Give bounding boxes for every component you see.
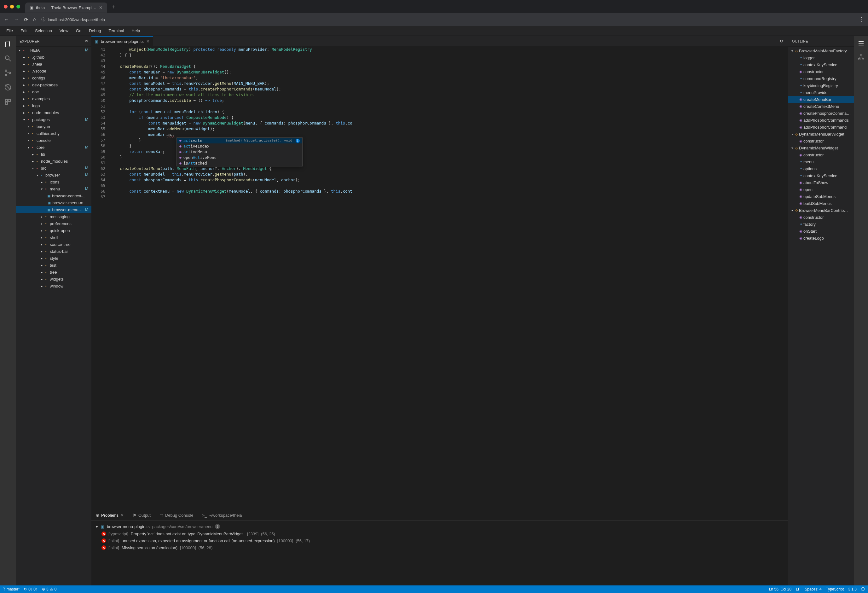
more-menu-icon[interactable]: ⋮ [859,16,864,23]
outline-row[interactable]: ◉createMenuBar [788,96,854,103]
tree-row[interactable]: ▸▪source-tree [16,241,92,248]
suggest-item[interactable]: ◉isAttached [177,160,302,166]
close-icon[interactable]: ✕ [120,513,124,518]
url-bar[interactable]: ⓘ localhost:3000/workspace/theia [41,17,853,22]
back-icon[interactable]: ← [4,17,9,22]
menu-go[interactable]: Go [73,27,84,34]
outline-row[interactable]: ◉createContextMenu [788,103,854,110]
menu-view[interactable]: View [56,27,72,34]
outline-row[interactable]: ▾◇BrowserMainMenuFactory [788,47,854,54]
tree-row[interactable]: ▸▪doc [16,88,92,95]
menu-file[interactable]: File [3,27,16,34]
status-line-col[interactable]: Ln 56, Col 28 [769,587,791,592]
outline-row[interactable]: ⚬options [788,165,854,172]
list-icon[interactable] [857,39,865,47]
outline-row[interactable]: ⚬contextKeyService [788,61,854,68]
editor-body[interactable]: 4142434445464748495051525354555657585960… [92,47,788,510]
tree-row[interactable]: ▸▪.theia [16,61,92,68]
tree-row[interactable]: ▸▪node_modules [16,158,92,164]
tree-row[interactable]: ▸▪tree [16,269,92,275]
tree-row[interactable]: ▸▪node_modules [16,109,92,116]
tree-row[interactable]: ▾▪browserM [16,172,92,179]
outline-row[interactable]: ⚬keybindingRegistry [788,82,854,89]
outline-row[interactable]: ⚬factory [788,221,854,228]
outline-row[interactable]: ◉addPhosphorCommand [788,124,854,130]
tree-row[interactable]: ▸▪bunyan [16,123,92,130]
suggest-item[interactable]: ◉activeMenu [177,149,302,155]
suggest-item[interactable]: ◉activate(method) Widget.activate(): voi… [177,138,302,143]
browser-tab[interactable]: ▣ theia — Theia Browser Exampl… ✕ [25,3,107,13]
suggest-item[interactable]: ◉activeIndex [177,143,302,149]
status-sync[interactable]: ⟳0↓ 0↑ [24,587,37,592]
extensions-icon[interactable] [4,98,12,106]
close-icon[interactable]: ✕ [99,5,103,10]
tree-row[interactable]: ▾▪menuM [16,185,92,192]
tree-row[interactable]: ▸▪.vscode [16,68,92,74]
outline-row[interactable]: ▾◇DynamicMenuWidget [788,144,854,151]
outline-row[interactable]: ▾◇DynamicMenuBarWidget [788,130,854,138]
outline-row[interactable]: ◉constructor [788,214,854,221]
tree-row[interactable]: ▸▪logo [16,102,92,109]
status-lang[interactable]: TypeScript [826,587,844,592]
status-branch[interactable]: ᛘmaster* [3,587,19,592]
files-icon[interactable] [4,40,12,48]
tree-row[interactable]: ▸▪console [16,137,92,144]
tree-row[interactable]: ▸▪style [16,255,92,262]
tree-row[interactable]: ▸▪widgets [16,275,92,282]
outline-row[interactable]: ▾◇BrowserMenuBarContrib… [788,207,854,214]
tree-row[interactable]: ▸▪configs [16,74,92,81]
outline-tree[interactable]: ▾◇BrowserMainMenuFactory⚬logger⚬contextK… [788,47,854,586]
tab-output[interactable]: ⚑ Output [133,513,151,518]
tab-problems[interactable]: ⊘ Problems ✕ [96,513,124,518]
tree-row[interactable]: ▸▪window [16,282,92,290]
tree-row[interactable]: ▸▪messaging [16,213,92,220]
suggest-widget[interactable]: ◉activate(method) Widget.activate(): voi… [177,138,303,166]
file-tree[interactable]: ▾▪THEIAM▸▪.github▸▪.theia▸▪.vscode▸▪conf… [16,47,92,586]
outline-row[interactable]: ⚬commandRegistry [788,75,854,82]
tree-row[interactable]: ▣browser-menu-module.ts [16,199,92,206]
outline-row[interactable]: ⚬menuProvider [788,89,854,96]
tree-root[interactable]: ▾▪THEIAM [16,47,92,53]
tree-row[interactable]: ▸▪examples [16,95,92,102]
outline-row[interactable]: ◉constructor [788,68,854,75]
outline-row[interactable]: ◉createPhosphorComma… [788,110,854,117]
debug-icon[interactable] [4,83,12,92]
menu-edit[interactable]: Edit [17,27,31,34]
outline-row[interactable]: ⚬menu [788,158,854,165]
tab-terminal[interactable]: >_ ~/workspace/theia [202,513,242,518]
code-content[interactable]: @inject(MenuModelRegistry) protected rea… [110,47,788,510]
tree-row[interactable]: ▸▪lib [16,151,92,158]
outline-row[interactable]: ◉open [788,186,854,193]
outline-row[interactable]: ◉updateSubMenus [788,193,854,200]
search-icon[interactable] [4,54,12,62]
new-tab-button[interactable]: ＋ [111,3,117,10]
menu-terminal[interactable]: Terminal [105,27,127,34]
tree-row[interactable]: ▸▪quick-open [16,227,92,234]
problem-row[interactable]: ✕[tslint]unused expression, expected an … [96,537,784,544]
tree-row[interactable]: ▸▪dev-packages [16,81,92,88]
status-version[interactable]: 3.1.3 [848,587,857,592]
window-maximize[interactable] [16,5,20,9]
hierarchy-icon[interactable] [857,53,865,61]
suggest-item[interactable]: ◉openActiveMenu [177,155,302,160]
home-icon[interactable]: ⌂ [33,17,36,22]
reload-icon[interactable]: ⟳ [24,17,28,23]
window-close[interactable] [4,5,7,9]
problem-row[interactable]: ✕[tslint]Missing semicolon (semicolon)[1… [96,544,784,551]
tree-row[interactable]: ▣browser-menu-plugin.tsM [16,206,92,213]
status-indent[interactable]: Spaces: 4 [805,587,821,592]
problem-file[interactable]: ▾ ▣ browser-menu-plugin.ts packages/core… [96,523,784,530]
source-control-icon[interactable] [4,69,12,77]
status-errors[interactable]: ⊘3 ⚠0 [42,587,56,592]
outline-row[interactable]: ⚬contextKeyService [788,172,854,179]
sync-icon[interactable]: ⟳ [776,36,788,46]
tree-row[interactable]: ▾▪srcM [16,164,92,172]
outline-row[interactable]: ◉addPhosphorCommands [788,117,854,124]
menu-selection[interactable]: Selection [32,27,55,34]
problem-row[interactable]: ✕[typescript]Property 'act' does not exi… [96,530,784,537]
tree-row[interactable]: ▸▪.github [16,53,92,61]
tree-row[interactable]: ▸▪icons [16,179,92,185]
forward-icon[interactable]: → [14,17,19,22]
outline-row[interactable]: ◉buildSubMenus [788,200,854,207]
window-minimize[interactable] [10,5,14,9]
